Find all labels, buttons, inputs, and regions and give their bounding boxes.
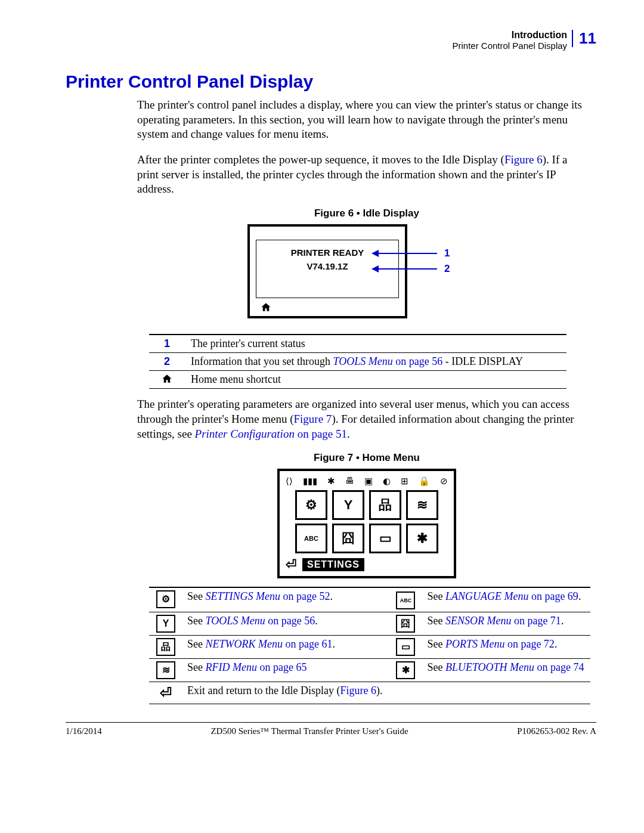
settings-label: SETTINGS <box>302 558 364 571</box>
sensor-icon: 囧 <box>396 615 415 633</box>
row3-icon <box>149 371 185 389</box>
network-icon: 品 <box>156 638 175 656</box>
page-header: Introduction Printer Control Panel Displ… <box>452 30 596 51</box>
menu-sensor-icon: 囧 <box>332 524 364 553</box>
paragraph-3: The printer's operating parameters are o… <box>137 397 590 441</box>
menu-reference-table: ⚙ See SETTINGS Menu on page 52. ABC See … <box>149 587 590 704</box>
footer-date: 1/16/2014 <box>66 726 102 736</box>
footer-title: ZD500 Series™ Thermal Transfer Printer U… <box>210 726 408 736</box>
menu-language-icon: ABC <box>295 524 327 553</box>
header-subtitle: Printer Control Panel Display <box>452 41 567 51</box>
antenna-icon: ⟨⟩ <box>286 476 293 487</box>
bluetooth-icon: ✱ <box>396 661 415 679</box>
bluetooth-status-icon: ✱ <box>327 476 335 487</box>
header-intro: Introduction <box>452 30 567 41</box>
exit-icon: ⏎ <box>160 685 172 701</box>
ethernet-icon: ⊞ <box>401 476 408 487</box>
page-footer: 1/16/2014 ZD500 Series™ Thermal Transfer… <box>66 722 596 736</box>
section-title: Printer Control Panel Display <box>66 72 596 92</box>
callout-1: 1 <box>444 247 450 259</box>
row1-text: The printer's current status <box>185 335 566 353</box>
language-icon: ABC <box>396 592 415 609</box>
ports-icon: ▭ <box>396 638 415 656</box>
menu-tools-icon: Y <box>332 490 364 520</box>
intro-paragraph-1: The printer's control panel includes a d… <box>137 98 590 142</box>
printer-icon: 🖶 <box>345 476 354 487</box>
bluetooth-menu-link[interactable]: BLUETOOTH Menu <box>445 661 534 673</box>
ports-menu-link[interactable]: PORTS Menu <box>445 638 504 650</box>
row2-num: 2 <box>149 353 185 371</box>
language-menu-link[interactable]: LANGUAGE Menu <box>445 590 528 602</box>
tools-menu-link[interactable]: TOOLS Menu <box>333 355 392 367</box>
figure7-caption: Figure 7 • Home Menu <box>137 452 596 464</box>
menu-settings-icon: ⚙ <box>295 490 327 520</box>
figure6-ref-link[interactable]: Figure 6 <box>504 153 543 166</box>
tools-menu-link-2[interactable]: TOOLS Menu <box>206 615 265 627</box>
intro-paragraph-2: After the printer completes the power-up… <box>137 153 590 197</box>
row3-text: Home menu shortcut <box>185 371 566 389</box>
data-icon: ◐ <box>383 476 391 487</box>
menu-rfid-icon: ≋ <box>406 490 438 520</box>
row1-num: 1 <box>149 335 185 353</box>
settings-menu-link[interactable]: SETTINGS Menu <box>206 590 281 602</box>
status-icon-row: ⟨⟩ ▮▮▮ ✱ 🖶 ▣ ◐ ⊞ 🔒 ⊘ <box>286 476 448 487</box>
footer-docnum: P1062653-002 Rev. A <box>517 726 596 736</box>
p2-a: After the printer completes the power-up… <box>137 153 504 166</box>
lock-icon: 🔒 <box>419 476 430 487</box>
figure6-idle-display: PRINTER READY V74.19.1Z 1 2 <box>247 224 486 326</box>
gear-icon: ⚙ <box>156 590 175 608</box>
figure7-home-menu: ⟨⟩ ▮▮▮ ✱ 🖶 ▣ ◐ ⊞ 🔒 ⊘ ⚙ Y 品 ≋ ABC <box>277 469 456 578</box>
sensor-menu-link[interactable]: SENSOR Menu <box>445 615 511 627</box>
row2-text: Information that you set through TOOLS M… <box>185 353 566 371</box>
rfid-menu-link[interactable]: RFID Menu <box>206 661 257 673</box>
menu-network-icon: 品 <box>369 490 401 520</box>
network-menu-link[interactable]: NETWORK Menu <box>206 638 283 650</box>
tools-icon: Y <box>156 615 175 633</box>
figure7-ref-link[interactable]: Figure 7 <box>294 413 332 425</box>
home-icon <box>261 302 271 312</box>
printer-config-link[interactable]: Printer Configuration <box>195 428 295 440</box>
figure6-callout-table: 1 The printer's current status 2 Informa… <box>149 334 566 389</box>
menu-bluetooth-icon: ✱ <box>406 524 438 553</box>
figure6-link-2[interactable]: Figure 6 <box>340 685 376 696</box>
figure6-caption: Figure 6 • Idle Display <box>137 208 596 219</box>
signal-icon: ▮▮▮ <box>303 476 317 487</box>
back-icon: ⏎ <box>286 557 296 572</box>
rfid-icon: ≋ <box>156 661 175 679</box>
media-icon: ▣ <box>364 476 373 487</box>
callout-2: 2 <box>444 263 450 275</box>
page-number: 11 <box>572 30 596 47</box>
no-icon: ⊘ <box>440 476 448 487</box>
menu-ports-icon: ▭ <box>369 524 401 553</box>
